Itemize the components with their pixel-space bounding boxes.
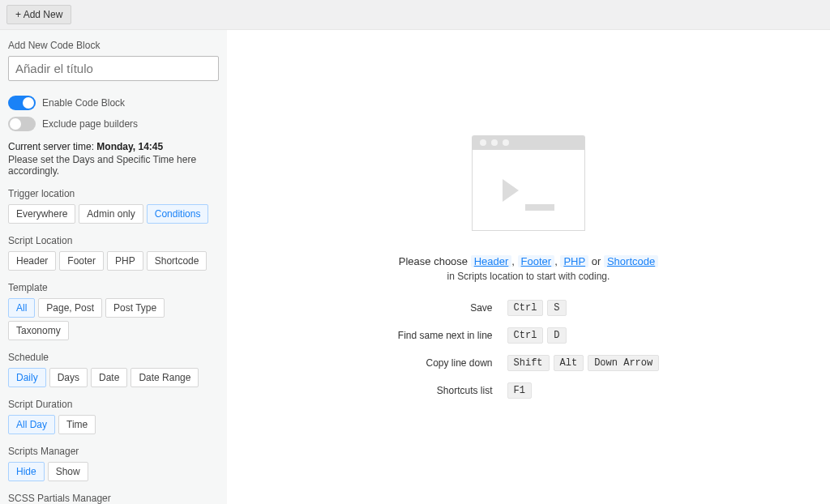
key: Shift xyxy=(507,355,550,371)
pill-date-range[interactable]: Date Range xyxy=(130,368,199,387)
pill-page-post[interactable]: Page, Post xyxy=(38,298,102,318)
shortcut-label: Copy line down xyxy=(398,357,493,369)
title-input[interactable] xyxy=(8,56,219,81)
pill-php[interactable]: PHP xyxy=(107,251,143,271)
shortcut-keys: ShiftAltDown Arrow xyxy=(507,355,660,371)
pill-everywhere[interactable]: Everywhere xyxy=(8,204,75,224)
pill-conditions[interactable]: Conditions xyxy=(147,204,209,224)
main-panel: Please choose Header, Footer, PHP or Sho… xyxy=(227,30,830,504)
key: Ctrl xyxy=(507,327,544,344)
scss-partials-manager-label: SCSS Partials Manager xyxy=(8,493,219,504)
scripts-manager-group: HideShow xyxy=(8,462,219,481)
server-time: Current server time: Monday, 14:45 xyxy=(8,141,219,152)
script-location-group: HeaderFooterPHPShortcode xyxy=(8,251,219,271)
set-days-note: Please set the Days and Specific Time he… xyxy=(8,154,219,177)
key: D xyxy=(547,327,566,344)
key: Down Arrow xyxy=(588,355,659,371)
pill-shortcode[interactable]: Shortcode xyxy=(147,251,208,271)
schedule-group: DailyDaysDateDate Range xyxy=(8,368,219,387)
add-new-button[interactable]: + Add New xyxy=(6,5,71,24)
exclude-page-builders-toggle[interactable] xyxy=(8,117,36,131)
pill-daily[interactable]: Daily xyxy=(8,368,46,387)
shortcut-keys: CtrlS xyxy=(507,300,660,316)
enable-code-block-toggle[interactable] xyxy=(8,96,36,110)
topbar: + Add New xyxy=(0,0,830,30)
template-label: Template xyxy=(8,282,219,293)
script-location-label: Script Location xyxy=(8,235,219,246)
pill-date[interactable]: Date xyxy=(91,368,127,387)
terminal-window-icon xyxy=(472,135,585,233)
pill-time[interactable]: Time xyxy=(58,415,96,434)
sidebar: Add New Code Block Enable Code Block Exc… xyxy=(0,30,227,504)
enable-code-block-label: Enable Code Block xyxy=(42,97,125,109)
link-footer[interactable]: Footer xyxy=(518,255,555,267)
pill-taxonomy[interactable]: Taxonomy xyxy=(8,321,69,340)
shortcut-label: Save xyxy=(398,302,493,314)
shortcut-label: Find same next in line xyxy=(398,330,493,341)
pill-all-day[interactable]: All Day xyxy=(8,415,55,434)
key: Alt xyxy=(554,355,584,371)
help-subtext: in Scripts location to start with coding… xyxy=(447,271,610,282)
key: S xyxy=(547,300,566,316)
script-duration-label: Script Duration xyxy=(8,399,219,410)
key: F1 xyxy=(507,382,532,399)
link-header[interactable]: Header xyxy=(471,255,512,267)
shortcut-keys: F1 xyxy=(507,382,660,399)
pill-days[interactable]: Days xyxy=(49,368,88,387)
trigger-location-group: EverywhereAdmin onlyConditions xyxy=(8,204,219,224)
pill-post-type[interactable]: Post Type xyxy=(105,298,165,318)
add-new-code-block-label: Add New Code Block xyxy=(8,40,219,51)
shortcuts-list: SaveCtrlSFind same next in lineCtrlDCopy… xyxy=(398,300,659,399)
pill-admin-only[interactable]: Admin only xyxy=(79,204,143,224)
scripts-manager-label: Scripts Manager xyxy=(8,446,219,457)
link-shortcode[interactable]: Shortcode xyxy=(604,255,658,267)
exclude-page-builders-label: Exclude page builders xyxy=(42,118,138,130)
template-group: AllPage, PostPost TypeTaxonomy xyxy=(8,298,219,340)
trigger-location-label: Trigger location xyxy=(8,188,219,199)
pill-header[interactable]: Header xyxy=(8,251,56,271)
help-text: Please choose Header, Footer, PHP or Sho… xyxy=(399,255,658,267)
pill-footer[interactable]: Footer xyxy=(59,251,104,271)
pill-hide[interactable]: Hide xyxy=(8,462,45,481)
shortcut-keys: CtrlD xyxy=(507,327,660,344)
schedule-label: Schedule xyxy=(8,352,219,363)
pill-all[interactable]: All xyxy=(8,298,35,318)
shortcut-label: Shortcuts list xyxy=(398,385,493,396)
script-duration-group: All DayTime xyxy=(8,415,219,434)
key: Ctrl xyxy=(507,300,544,316)
pill-show[interactable]: Show xyxy=(48,462,88,481)
link-php[interactable]: PHP xyxy=(560,255,588,267)
